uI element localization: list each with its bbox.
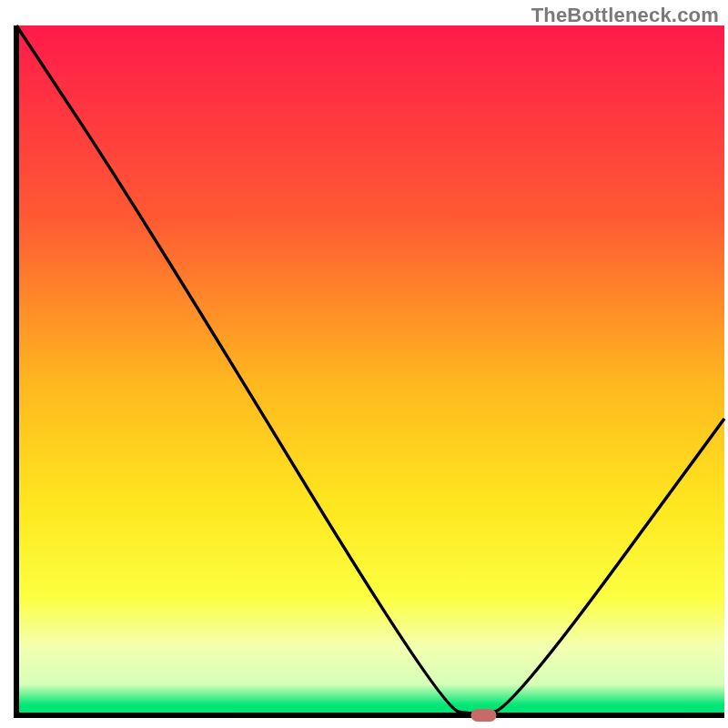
chart-container: TheBottleneck.com bbox=[0, 0, 728, 728]
optimal-marker bbox=[470, 709, 496, 722]
bottleneck-chart bbox=[0, 0, 728, 728]
plot-background bbox=[16, 25, 724, 715]
attribution-text: TheBottleneck.com bbox=[531, 4, 719, 27]
